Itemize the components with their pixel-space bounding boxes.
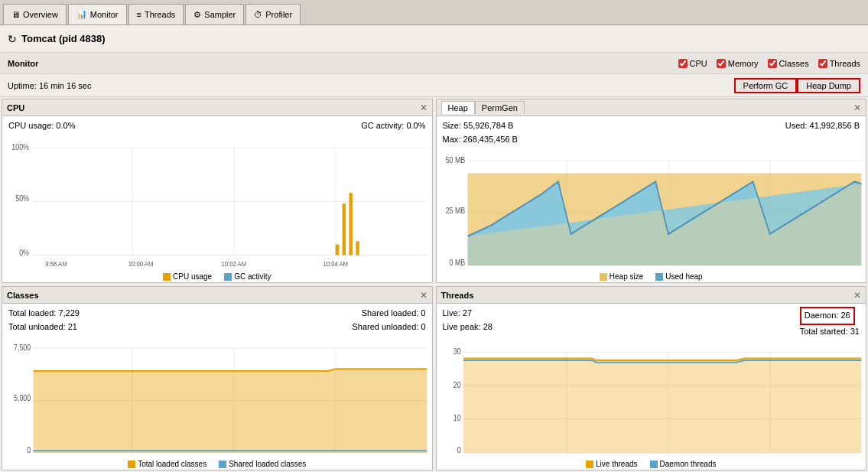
shared-loaded-color: [219, 461, 226, 468]
live-peak-stat: Live peak: 28: [443, 322, 493, 331]
daemon-threads-color: [650, 461, 658, 468]
svg-rect-11: [349, 193, 352, 255]
gc-activity-legend: GC activity: [224, 272, 271, 281]
shared-loaded-legend: Shared loaded classes: [219, 460, 306, 468]
cpu-panel-close[interactable]: ✕: [420, 103, 427, 113]
heap-size-color: [600, 273, 607, 281]
tab-profiler-label: Profiler: [265, 10, 292, 19]
total-loaded-legend-label: Total loaded classes: [138, 460, 206, 468]
cpu-usage-legend-label: CPU usage: [173, 272, 212, 281]
tab-threads[interactable]: ≡ Threads: [128, 4, 184, 24]
svg-text:9:58 AM: 9:58 AM: [45, 259, 67, 267]
cpu-stats: CPU usage: 0.0% GC activity: 0.0%: [2, 116, 432, 136]
heap-size-stat: Size: 55,926,784 B: [443, 119, 514, 133]
cpu-usage-stat: CPU usage: 0.0%: [8, 119, 75, 133]
total-loaded-stat: Total loaded: 7,229: [8, 307, 80, 321]
svg-text:7,500: 7,500: [14, 343, 31, 352]
heap-stats: Size: 55,926,784 B Used: 41,992,856 B Ma…: [437, 116, 866, 149]
bottom-charts-row: Classes ✕ Total loaded: 7,229 Shared loa…: [0, 285, 868, 472]
heap-panel-close[interactable]: ✕: [853, 103, 861, 113]
classes-stats: Total loaded: 7,229 Shared loaded: 0 Tot…: [2, 304, 432, 337]
daemon-stat: Daemon: 26: [800, 307, 855, 325]
tab-monitor[interactable]: 📊 Monitor: [68, 4, 127, 24]
total-started-stat: Total started: 31: [800, 327, 860, 336]
classes-panel: Classes ✕ Total loaded: 7,229 Shared loa…: [2, 286, 433, 470]
total-loaded-legend: Total loaded classes: [128, 460, 206, 468]
classes-legend: Total loaded classes Shared loaded class…: [2, 458, 432, 470]
heap-used-stat: Used: 41,992,856 B: [785, 119, 860, 133]
classes-checkbox[interactable]: [768, 59, 777, 68]
threads-chart: 30 20 10 0: [440, 344, 863, 455]
svg-rect-9: [336, 244, 339, 255]
live-threads-color: [586, 461, 593, 468]
threads-panel: Threads ✕ Live: 27 Live peak: 28 Daemon:…: [436, 286, 867, 470]
svg-text:30: 30: [453, 347, 460, 356]
checkbox-group: CPU Memory Classes Threads: [678, 59, 860, 68]
threads-checkbox[interactable]: [818, 59, 827, 68]
svg-text:10: 10: [453, 413, 460, 422]
window-title: Tomcat (pid 4838): [21, 33, 106, 44]
memory-checkbox[interactable]: [717, 59, 726, 68]
heap-tab[interactable]: Heap: [441, 101, 475, 114]
cpu-panel-title: CPU: [7, 103, 24, 112]
overview-icon: 🖥: [11, 10, 20, 19]
cpu-panel: CPU ✕ CPU usage: 0.0% GC activity: 0.0% …: [2, 99, 433, 283]
cpu-checkbox[interactable]: [678, 59, 688, 68]
main-window: 🖥 Overview 📊 Monitor ≡ Threads ⚙ Sampler…: [0, 0, 868, 472]
classes-panel-header: Classes ✕: [2, 287, 432, 304]
action-buttons: Perform GC Heap Dump: [734, 78, 860, 93]
svg-rect-12: [356, 241, 359, 255]
classes-checkbox-label: Classes: [779, 59, 809, 68]
threads-checkbox-item: Threads: [818, 59, 860, 68]
svg-text:0%: 0%: [19, 247, 29, 256]
tab-profiler[interactable]: ⏱ Profiler: [245, 4, 301, 24]
total-unloaded-stat: Total unloaded: 21: [8, 321, 77, 334]
cpu-chart-container: 100% 50% 0%: [2, 136, 432, 271]
svg-text:25 MB: 25 MB: [445, 206, 465, 215]
title-bar: ↻ Tomcat (pid 4838): [0, 25, 868, 53]
tab-threads-label: Threads: [145, 10, 175, 19]
cpu-panel-header: CPU ✕: [2, 99, 432, 116]
svg-text:5,000: 5,000: [14, 393, 31, 402]
svg-text:10:02 AM: 10:02 AM: [222, 259, 247, 267]
threads-panel-close[interactable]: ✕: [853, 290, 861, 301]
classes-chart: 7,500 5,000 0 9:58 AM: [5, 340, 429, 455]
svg-text:0: 0: [457, 446, 460, 455]
cpu-usage-color: [163, 273, 171, 281]
heap-chart: 50 MB 25 MB 0 MB: [440, 152, 863, 268]
svg-text:20: 20: [453, 380, 460, 389]
classes-checkbox-item: Classes: [768, 59, 809, 68]
monitor-label: Monitor: [8, 59, 38, 68]
gc-activity-color: [224, 273, 232, 281]
cpu-checkbox-item: CPU: [678, 59, 707, 68]
monitor-header: Monitor CPU Memory Classes Threads: [0, 53, 868, 74]
uptime-text: Uptime: 16 min 16 sec: [8, 81, 91, 90]
svg-text:10:04 AM: 10:04 AM: [323, 259, 348, 267]
permgen-tab[interactable]: PermGen: [475, 101, 525, 114]
tab-sampler[interactable]: ⚙ Sampler: [185, 4, 244, 24]
threads-panel-title: Threads: [441, 291, 474, 300]
threads-icon: ≡: [137, 10, 141, 19]
classes-panel-title: Classes: [7, 291, 39, 300]
svg-marker-40: [34, 369, 427, 454]
perform-gc-button[interactable]: Perform GC: [734, 78, 798, 93]
heap-size-legend-label: Heap size: [610, 272, 643, 281]
refresh-icon[interactable]: ↻: [8, 33, 17, 45]
used-heap-legend-label: Used heap: [665, 272, 702, 281]
live-threads-legend-label: Live threads: [596, 460, 637, 468]
heap-max-stat: Max: 268,435,456 B: [443, 135, 518, 144]
tab-overview-label: Overview: [23, 10, 58, 19]
svg-text:50%: 50%: [15, 194, 29, 203]
daemon-threads-legend: Daemon threads: [650, 460, 717, 468]
gc-activity-legend-label: GC activity: [234, 272, 271, 281]
tab-monitor-label: Monitor: [90, 10, 119, 19]
heap-dump-button[interactable]: Heap Dump: [797, 78, 860, 93]
tab-overview[interactable]: 🖥 Overview: [3, 4, 67, 24]
used-heap-legend: Used heap: [655, 272, 702, 281]
heap-panel-tabs: Heap PermGen: [441, 101, 525, 114]
charts-area: CPU ✕ CPU usage: 0.0% GC activity: 0.0% …: [0, 97, 868, 472]
classes-panel-close[interactable]: ✕: [420, 290, 427, 301]
total-loaded-color: [128, 461, 135, 468]
threads-chart-container: 30 20 10 0: [437, 341, 866, 458]
live-threads-legend: Live threads: [586, 460, 637, 468]
